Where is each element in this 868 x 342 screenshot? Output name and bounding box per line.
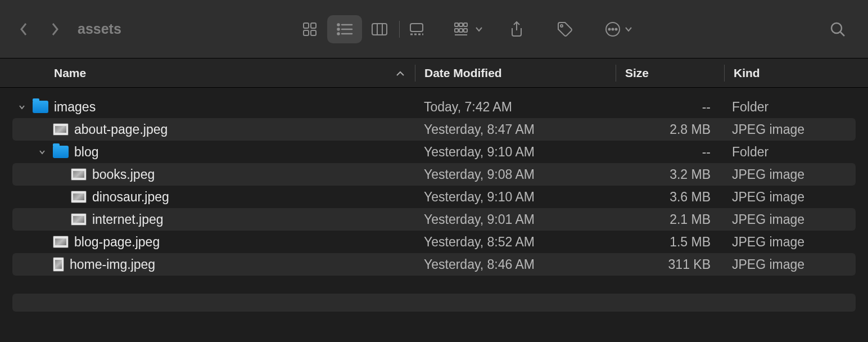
view-columns-button[interactable]: [362, 15, 397, 43]
column-label: Date Modified: [424, 66, 502, 80]
folder-icon: [53, 146, 69, 158]
file-kind: JPEG image: [723, 167, 856, 182]
chevron-down-icon: [475, 26, 483, 32]
file-name: dinosaur.jpeg: [92, 190, 169, 205]
folder-icon: [33, 101, 48, 113]
image-thumbnail-icon: [71, 168, 87, 181]
nav-group: [16, 21, 63, 37]
tags-button[interactable]: [550, 15, 580, 43]
svg-rect-2: [304, 30, 309, 35]
view-gallery-button[interactable]: [402, 15, 431, 43]
file-size: --: [615, 100, 723, 115]
svg-rect-13: [410, 24, 423, 32]
toolbar-divider: [399, 21, 400, 38]
file-name: images: [54, 100, 96, 115]
file-size: --: [615, 145, 723, 160]
file-name: internet.jpeg: [92, 212, 164, 227]
file-kind: JPEG image: [723, 257, 856, 272]
svg-rect-18: [455, 23, 458, 26]
chevron-down-icon: [625, 26, 632, 32]
file-kind: Folder: [723, 100, 856, 115]
file-kind: JPEG image: [723, 122, 856, 137]
file-size: 2.8 MB: [615, 122, 723, 137]
file-date: Yesterday, 9:10 AM: [415, 145, 615, 160]
file-size: 311 KB: [615, 257, 723, 272]
file-kind: JPEG image: [723, 235, 856, 250]
svg-rect-21: [455, 29, 458, 32]
file-name: books.jpeg: [92, 167, 155, 182]
column-header-date[interactable]: Date Modified: [415, 66, 616, 80]
svg-rect-1: [311, 23, 316, 28]
column-header-kind[interactable]: Kind: [725, 66, 868, 80]
svg-point-30: [831, 23, 842, 33]
group-by-button[interactable]: [454, 22, 483, 37]
svg-point-28: [612, 28, 614, 30]
column-header-name[interactable]: Name: [0, 66, 415, 80]
svg-point-29: [616, 28, 617, 30]
svg-rect-20: [464, 23, 467, 26]
image-thumbnail-icon: [71, 191, 87, 203]
file-date: Yesterday, 9:08 AM: [415, 167, 615, 182]
svg-point-27: [609, 28, 611, 30]
file-row[interactable]: home-img.jpegYesterday, 8:46 AM311 KBJPE…: [12, 253, 856, 276]
svg-rect-19: [459, 23, 463, 26]
file-kind: JPEG image: [723, 190, 856, 205]
svg-rect-10: [372, 24, 387, 35]
image-thumbnail-icon: [53, 123, 69, 136]
file-list: imagesToday, 7:42 AM--Folderabout-page.j…: [0, 88, 868, 276]
file-row[interactable]: books.jpegYesterday, 9:08 AM3.2 MBJPEG i…: [12, 163, 856, 186]
svg-rect-3: [311, 30, 316, 35]
column-label: Kind: [734, 66, 760, 80]
disclosure-triangle[interactable]: [37, 147, 47, 157]
column-header-row: Name Date Modified Size Kind: [0, 58, 868, 88]
file-row[interactable]: dinosaur.jpegYesterday, 9:10 AM3.6 MBJPE…: [12, 186, 856, 208]
toolbar: assets: [0, 0, 868, 58]
view-switcher: [292, 15, 431, 43]
file-name: home-img.jpeg: [70, 257, 155, 272]
window-title: assets: [78, 21, 121, 37]
file-date: Yesterday, 9:10 AM: [415, 190, 615, 205]
file-name: blog-page.jpeg: [74, 235, 160, 250]
file-size: 3.2 MB: [615, 167, 723, 182]
svg-rect-22: [459, 29, 463, 32]
file-size: 2.1 MB: [615, 212, 723, 227]
actions-menu-button[interactable]: [599, 15, 638, 43]
column-header-size[interactable]: Size: [616, 66, 724, 80]
file-date: Yesterday, 9:01 AM: [415, 212, 615, 227]
file-size: 1.5 MB: [615, 235, 723, 250]
image-thumbnail-icon: [53, 257, 64, 272]
file-date: Yesterday, 8:52 AM: [415, 235, 615, 250]
file-row[interactable]: blog-page.jpegYesterday, 8:52 AM1.5 MBJP…: [12, 231, 856, 253]
svg-point-6: [338, 28, 340, 30]
disclosure-triangle[interactable]: [17, 102, 27, 112]
image-thumbnail-icon: [71, 213, 87, 226]
file-date: Today, 7:42 AM: [415, 100, 615, 115]
file-row[interactable]: internet.jpegYesterday, 9:01 AM2.1 MBJPE…: [12, 208, 856, 231]
share-button[interactable]: [502, 15, 531, 43]
search-button[interactable]: [823, 15, 852, 43]
file-row[interactable]: blogYesterday, 9:10 AM--Folder: [12, 141, 856, 163]
column-label: Name: [54, 66, 86, 80]
view-list-button[interactable]: [327, 15, 362, 43]
image-thumbnail-icon: [53, 236, 69, 248]
svg-point-4: [338, 24, 340, 25]
file-row[interactable]: about-page.jpegYesterday, 8:47 AM2.8 MBJ…: [12, 118, 856, 141]
file-name: blog: [74, 145, 98, 160]
back-button[interactable]: [16, 21, 31, 37]
svg-point-25: [560, 25, 563, 27]
file-date: Yesterday, 8:47 AM: [415, 122, 615, 137]
file-kind: Folder: [723, 145, 856, 160]
file-size: 3.6 MB: [615, 190, 723, 205]
sort-ascending-icon: [396, 66, 405, 80]
finder-window: assets: [0, 0, 868, 342]
svg-point-8: [338, 33, 340, 34]
file-name: about-page.jpeg: [74, 122, 168, 137]
file-row[interactable]: imagesToday, 7:42 AM--Folder: [12, 96, 856, 118]
file-date: Yesterday, 8:46 AM: [415, 257, 615, 272]
view-icons-button[interactable]: [292, 15, 327, 43]
column-label: Size: [625, 66, 649, 80]
svg-rect-0: [304, 23, 309, 28]
forward-button[interactable]: [47, 21, 63, 37]
footer-bar: [12, 294, 856, 312]
file-kind: JPEG image: [723, 212, 856, 227]
